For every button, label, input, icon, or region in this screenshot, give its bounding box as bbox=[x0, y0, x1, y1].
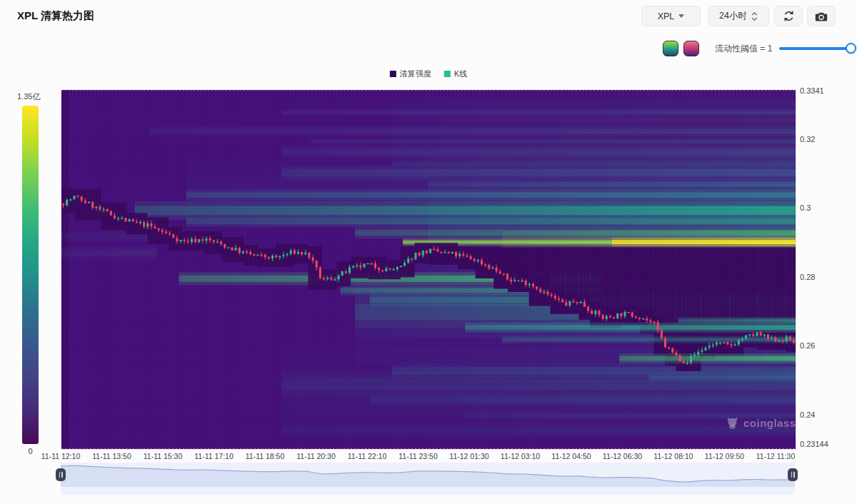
liquidation-heatmap-canvas[interactable] bbox=[61, 90, 796, 449]
legend-item-kline[interactable]: K线 bbox=[444, 69, 467, 79]
y-axis-tick: 0.24 bbox=[800, 410, 815, 419]
stepper-icon bbox=[751, 11, 758, 21]
palette-magma-button[interactable] bbox=[683, 41, 699, 56]
liquidity-threshold-slider[interactable] bbox=[779, 43, 853, 54]
y-axis-tick: 0.3341 bbox=[800, 86, 824, 95]
snapshot-button[interactable] bbox=[807, 6, 836, 26]
x-axis-tick: 11-11 15:30 bbox=[144, 452, 183, 460]
y-axis-tick: 0.3 bbox=[800, 203, 811, 212]
symbol-select-value: XPL bbox=[658, 11, 675, 21]
slider-handle[interactable] bbox=[846, 43, 856, 54]
legend-item-liquidation[interactable]: 清算强度 bbox=[390, 69, 431, 79]
y-axis-tick: 0.26 bbox=[800, 341, 815, 350]
x-axis-tick: 11-12 08:10 bbox=[653, 452, 693, 460]
colorbar-max-label: 1.35亿 bbox=[17, 91, 40, 102]
refresh-button[interactable] bbox=[774, 6, 803, 26]
legend-swatch-liquidation bbox=[390, 71, 396, 77]
interval-select-value: 24小时 bbox=[719, 10, 747, 22]
colorbar-min-label: 0 bbox=[22, 447, 39, 455]
intensity-colorbar bbox=[22, 106, 39, 444]
slider-track[interactable] bbox=[779, 47, 851, 50]
x-axis-tick: 11-11 17:10 bbox=[194, 452, 234, 460]
liquidation-heatmap-page: XPL 清算热力图 XPL 24小时 流动性阈值 = 1 bbox=[0, 0, 857, 504]
x-axis-tick: 11-11 23:50 bbox=[399, 452, 438, 460]
legend-label-kline: K线 bbox=[454, 69, 467, 79]
x-axis-tick: 11-12 01:30 bbox=[449, 452, 488, 460]
x-axis-tick: 11-11 12:10 bbox=[41, 452, 81, 460]
liquidity-threshold-label: 流动性阈值 = 1 bbox=[715, 43, 772, 55]
coinglass-logo-icon bbox=[726, 417, 739, 429]
y-axis-tick: 0.23144 bbox=[800, 440, 828, 448]
watermark-text: coinglass bbox=[743, 417, 796, 429]
chart-legend: 清算强度 K线 bbox=[390, 69, 467, 79]
y-axis-tick: 0.28 bbox=[800, 273, 815, 281]
page-title: XPL 清算热力图 bbox=[17, 9, 94, 23]
x-axis-tick: 11-12 03:10 bbox=[501, 452, 540, 460]
x-axis-tick: 11-11 20:30 bbox=[296, 452, 336, 460]
y-axis-tick: 0.32 bbox=[800, 135, 815, 143]
x-axis-tick: 11-12 06:30 bbox=[603, 452, 642, 460]
interval-select[interactable]: 24小时 bbox=[708, 6, 769, 26]
x-axis-tick: 11-11 18:50 bbox=[246, 452, 285, 460]
x-axis-tick: 11-11 13:50 bbox=[92, 452, 131, 460]
legend-swatch-kline bbox=[444, 71, 451, 77]
refresh-icon bbox=[783, 10, 795, 22]
palette-viridis-button[interactable] bbox=[663, 41, 678, 56]
navigator-canvas[interactable] bbox=[61, 463, 795, 487]
camera-icon bbox=[815, 11, 828, 22]
x-axis-tick: 11-12 04:50 bbox=[551, 452, 591, 460]
navigator-baseline bbox=[61, 487, 795, 495]
x-axis-tick: 11-12 11:30 bbox=[756, 452, 796, 460]
navigator-handle-right[interactable] bbox=[788, 468, 798, 481]
heatmap-toolbar: 流动性阈值 = 1 bbox=[663, 41, 853, 56]
navigator-handle-left[interactable] bbox=[56, 468, 66, 481]
symbol-select[interactable]: XPL bbox=[641, 6, 701, 26]
chevron-down-icon bbox=[678, 14, 684, 18]
heatmap-plot-area[interactable]: coinglass bbox=[61, 89, 796, 450]
legend-label-liquidation: 清算强度 bbox=[400, 69, 431, 79]
range-navigator[interactable] bbox=[61, 463, 795, 487]
x-axis-tick: 11-12 09:50 bbox=[705, 452, 744, 460]
watermark: coinglass bbox=[726, 417, 796, 429]
x-axis-tick: 11-11 22:10 bbox=[348, 452, 387, 460]
